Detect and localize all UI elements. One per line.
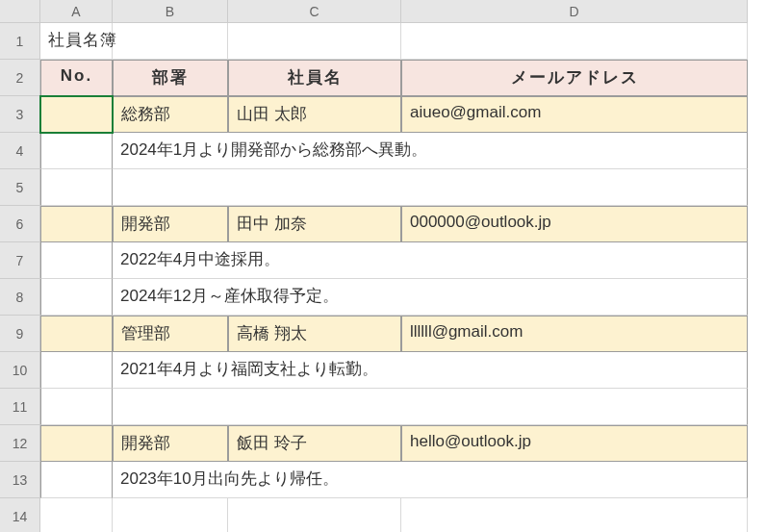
cell[interactable]	[40, 169, 113, 206]
cell[interactable]	[40, 133, 113, 169]
row-header-12[interactable]: 12	[0, 425, 40, 462]
row-header-1[interactable]: 1	[0, 23, 40, 60]
row-header-11[interactable]: 11	[0, 389, 40, 425]
email-cell[interactable]: aiueo@gmail.com	[401, 96, 748, 133]
title-cell[interactable]: 社員名簿	[40, 23, 113, 60]
header-email[interactable]: メールアドレス	[401, 60, 748, 96]
cell[interactable]	[113, 169, 748, 206]
name-cell[interactable]: 高橋 翔太	[228, 316, 401, 352]
dept-cell[interactable]: 管理部	[113, 316, 228, 352]
row-header-13[interactable]: 13	[0, 462, 40, 498]
row-header-5[interactable]: 5	[0, 169, 40, 206]
cell[interactable]	[40, 279, 113, 316]
cell[interactable]	[113, 498, 228, 532]
col-header-c[interactable]: C	[228, 0, 401, 23]
cell[interactable]	[40, 462, 113, 498]
note-cell[interactable]: 2023年10月出向先より帰任。	[113, 462, 748, 498]
note-cell[interactable]: 2022年4月中途採用。	[113, 242, 748, 279]
email-cell[interactable]: llllll@gmail.com	[401, 316, 748, 352]
header-name[interactable]: 社員名	[228, 60, 401, 96]
row-header-10[interactable]: 10	[0, 352, 40, 389]
cell[interactable]	[113, 389, 748, 425]
note-cell[interactable]: 2024年12月～産休取得予定。	[113, 279, 748, 316]
cell[interactable]	[113, 23, 228, 60]
row-header-14[interactable]: 14	[0, 498, 40, 532]
row-header-2[interactable]: 2	[0, 60, 40, 96]
row-header-7[interactable]: 7	[0, 242, 40, 279]
spreadsheet[interactable]: A B C D 1 社員名簿 2 No. 部署 社員名 メールアドレス 3 総務…	[0, 0, 766, 532]
cell[interactable]	[40, 352, 113, 389]
corner-cell[interactable]	[0, 0, 40, 23]
row-header-4[interactable]: 4	[0, 133, 40, 169]
name-cell[interactable]: 山田 太郎	[228, 96, 401, 133]
note-cell[interactable]: 2024年1月より開発部から総務部へ異動。	[113, 133, 748, 169]
email-cell[interactable]: 000000@outlook.jp	[401, 206, 748, 242]
cell[interactable]	[40, 389, 113, 425]
dept-cell[interactable]: 開発部	[113, 425, 228, 462]
name-cell[interactable]: 飯田 玲子	[228, 425, 401, 462]
col-header-d[interactable]: D	[401, 0, 748, 23]
cell[interactable]	[40, 206, 113, 242]
cell[interactable]	[228, 23, 401, 60]
cell[interactable]	[40, 242, 113, 279]
col-header-a[interactable]: A	[40, 0, 113, 23]
dept-cell[interactable]: 開発部	[113, 206, 228, 242]
row-header-8[interactable]: 8	[0, 279, 40, 316]
cell[interactable]	[401, 23, 748, 60]
row-header-3[interactable]: 3	[0, 96, 40, 133]
cell[interactable]	[40, 316, 113, 352]
cell[interactable]	[228, 498, 401, 532]
email-cell[interactable]: hello@outlook.jp	[401, 425, 748, 462]
note-cell[interactable]: 2021年4月より福岡支社より転勤。	[113, 352, 748, 389]
cell[interactable]	[401, 498, 748, 532]
name-cell[interactable]: 田中 加奈	[228, 206, 401, 242]
cell[interactable]	[40, 498, 113, 532]
row-header-6[interactable]: 6	[0, 206, 40, 242]
col-header-b[interactable]: B	[113, 0, 228, 23]
selected-cell[interactable]	[40, 96, 113, 133]
cell[interactable]	[40, 425, 113, 462]
header-no[interactable]: No.	[40, 60, 113, 96]
dept-cell[interactable]: 総務部	[113, 96, 228, 133]
header-dept[interactable]: 部署	[113, 60, 228, 96]
row-header-9[interactable]: 9	[0, 316, 40, 352]
